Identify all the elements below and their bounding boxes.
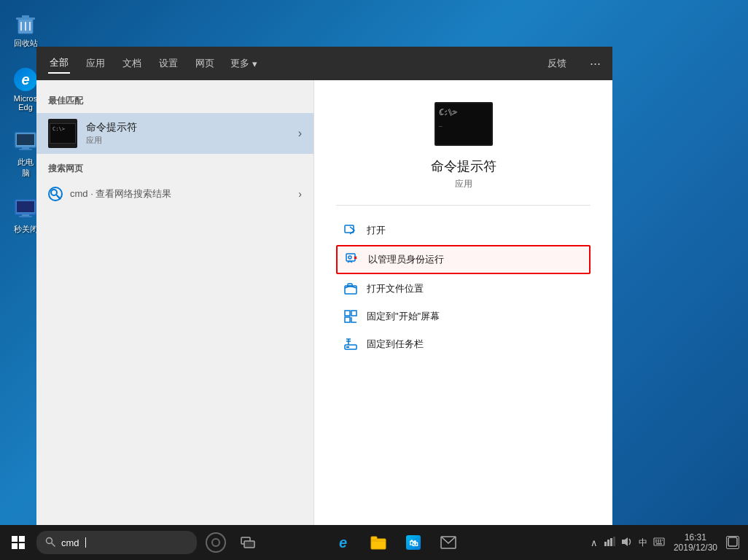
svg-point-35 [212,539,219,546]
web-desc: · 查看网络搜索结果 [88,188,172,199]
filter-tab-more[interactable]: 更多 ▾ [230,57,257,70]
task-view-button[interactable] [232,526,264,559]
cmd-result-item[interactable]: 命令提示符 应用 › [36,113,313,154]
tray-ime-text[interactable]: 中 [639,537,647,549]
filter-tab-settings[interactable]: 设置 [157,54,179,73]
filter-tab-apps[interactable]: 应用 [85,54,106,73]
svg-rect-49 [655,540,657,541]
taskbar-explorer-icon [370,535,386,550]
feedback-button[interactable]: 反馈 [548,57,566,70]
search-box-text: cmd [61,537,79,548]
system-tray: ∧ 中 [591,532,748,553]
svg-rect-55 [660,541,661,542]
svg-rect-52 [662,540,663,541]
taskbar-center-icons: e [327,526,464,559]
cmd-result-arrow: › [298,127,302,140]
svg-rect-46 [613,537,615,546]
computer-label: 此电脑 [17,157,34,179]
taskbar-explorer-button[interactable] [362,526,394,559]
svg-rect-25 [351,311,357,316]
cortana-button[interactable] [200,526,232,559]
svg-text:🛍: 🛍 [409,538,418,548]
filter-tab-all[interactable]: 全部 [48,53,70,74]
chevron-down-icon: ▾ [252,58,257,69]
svg-rect-28 [346,346,349,348]
svg-rect-16 [436,104,491,144]
right-panel: C:\> _ 命令提示符 应用 [313,80,612,525]
web-section-header: 搜索网页 [48,163,302,175]
shortcut-label: 秒关闭 [14,224,38,235]
run-admin-label: 以管理员身份运行 [368,253,444,266]
svg-rect-26 [345,317,350,322]
pin-start-label: 固定到"开始"屏幕 [367,310,440,323]
svg-rect-43 [604,542,607,546]
open-location-icon [343,281,358,296]
taskbar-store-button[interactable]: 🛍 [397,526,429,559]
action-pin-taskbar[interactable]: 固定到任务栏 [336,331,591,357]
action-run-admin[interactable]: 以管理员身份运行 [336,245,591,274]
action-list: 打开 以管理员身份运行 [336,217,591,357]
cmd-result-text: 命令提示符 应用 [86,121,298,146]
svg-rect-9 [19,149,32,150]
app-detail-subtitle: 应用 [455,178,472,190]
run-admin-icon [345,252,359,267]
pin-taskbar-label: 固定到任务栏 [367,338,424,351]
pin-start-icon [343,309,358,324]
action-open[interactable]: 打开 [336,217,591,244]
svg-rect-50 [658,540,659,541]
svg-rect-32 [19,543,25,549]
search-result-panel: 全部 应用 文档 设置 网页 更多 ▾ 反馈 ··· 最佳匹配 [36,47,612,525]
notification-button[interactable] [726,536,739,549]
web-result-text: cmd · 查看网络搜索结果 [70,187,171,201]
search-box[interactable]: cmd [36,531,197,554]
svg-rect-56 [656,543,662,545]
svg-rect-20 [346,254,355,261]
start-button[interactable] [0,525,36,560]
svg-marker-47 [622,537,628,546]
svg-rect-23 [348,284,352,287]
recycle-bin-icon [12,10,39,36]
svg-line-15 [57,195,60,198]
svg-rect-44 [607,540,609,546]
action-pin-start[interactable]: 固定到"开始"屏幕 [336,303,591,330]
taskbar-edge-icon: e [339,534,347,551]
svg-point-21 [348,256,351,259]
web-section: 搜索网页 cmd · 查看网络搜索结果 › [36,154,313,213]
svg-point-14 [51,190,57,195]
computer-icon [12,129,39,155]
shortcut-icon [12,196,39,222]
taskbar-clock[interactable]: 16:31 2019/12/30 [671,532,720,553]
action-open-location[interactable]: 打开文件位置 [336,276,591,302]
filter-tab-web[interactable]: 网页 [194,54,216,73]
search-box-icon [45,537,55,549]
filter-tab-docs[interactable]: 文档 [121,54,143,73]
taskbar-mail-button[interactable] [432,526,464,559]
cmd-app-icon [50,123,76,144]
more-options-button[interactable]: ··· [590,56,601,71]
cmd-result-type: 应用 [86,135,298,146]
cmd-result-icon [48,119,77,148]
left-panel: 最佳匹配 命令提示符 应用 › 搜索网页 [36,80,313,525]
app-preview-icon: C:\> _ [435,102,493,146]
cmd-result-name: 命令提示符 [86,121,298,134]
filter-bar: 全部 应用 文档 设置 网页 更多 ▾ 反馈 ··· [36,47,612,80]
web-result-item[interactable]: cmd · 查看网络搜索结果 › [48,181,302,207]
best-match-header: 最佳匹配 [36,92,313,113]
svg-rect-53 [655,541,657,542]
open-label: 打开 [367,224,386,237]
tray-network-icon[interactable] [604,537,615,549]
edge-label: MicrosEdg [14,94,37,112]
taskbar-store-icon: 🛍 [405,534,421,551]
svg-rect-31 [12,543,17,549]
tray-chevron[interactable]: ∧ [591,537,598,548]
tray-keyboard-icon[interactable] [653,537,665,548]
desktop: 回收站 e MicrosEdg 此电脑 [0,0,748,560]
tray-volume-icon[interactable] [621,537,633,549]
app-detail-title: 命令提示符 [431,158,496,175]
svg-text:_: _ [439,120,443,127]
detail-divider [336,205,591,206]
web-query: cmd [70,188,88,199]
taskbar-edge-button[interactable]: e [327,526,359,559]
desktop-icon-recycle-bin[interactable]: 回收站 [7,7,44,52]
svg-rect-2 [22,15,29,18]
